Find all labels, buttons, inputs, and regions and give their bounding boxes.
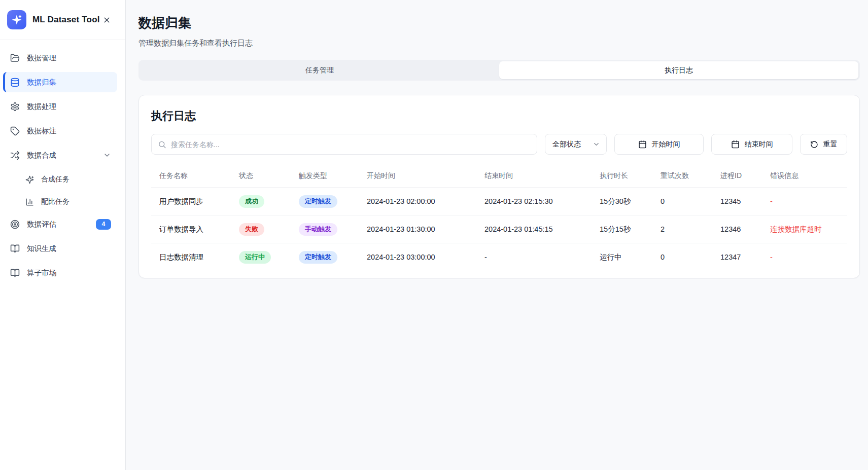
duration-cell: 运行中	[600, 252, 661, 262]
sidebar-item-synthesis-tasks[interactable]: 合成任务	[3, 169, 117, 190]
sidebar-item-data-evaluation[interactable]: 数据评估 4	[3, 214, 117, 234]
sidebar-header: ML Dataset Tool	[0, 0, 125, 40]
evaluation-count-badge: 4	[96, 219, 111, 230]
panel-title: 执行日志	[151, 109, 847, 124]
end-time-picker-button[interactable]: 结束时间	[711, 134, 792, 155]
sparkles-icon	[25, 175, 34, 184]
search-field-wrapper	[151, 134, 537, 155]
sidebar-item-label: 知识生成	[27, 244, 111, 254]
execution-logs-panel: 执行日志 全部状态	[138, 95, 860, 278]
close-icon	[102, 16, 111, 24]
sidebar-item-label: 算子市场	[27, 268, 111, 278]
start-time-picker-button[interactable]: 开始时间	[614, 134, 704, 155]
sidebar-item-label: 数据处理	[27, 102, 111, 112]
sidebar-item-label: 数据标注	[27, 126, 111, 136]
status-filter-select[interactable]: 全部状态	[545, 134, 607, 155]
duration-cell: 15分15秒	[600, 225, 661, 234]
shuffle-icon	[10, 151, 20, 160]
sidebar-item-data-synthesis[interactable]: 数据合成	[3, 145, 117, 165]
start-time-cell: 2024-01-23 01:30:00	[367, 225, 484, 233]
app-logo	[7, 10, 26, 29]
column-header-trigger-type: 触发类型	[299, 171, 367, 180]
column-header-pid: 进程ID	[720, 171, 770, 180]
trigger-type-badge: 定时触发	[299, 195, 337, 208]
end-time-cell: 2024-01-23 02:15:30	[484, 197, 600, 205]
tab-task-management[interactable]: 任务管理	[140, 61, 499, 79]
logs-table: 任务名称 状态 触发类型 开始时间 结束时间 执行时长 重试次数 进程ID 错误…	[151, 165, 847, 271]
chevron-down-icon	[593, 140, 600, 148]
sidebar-item-label: 数据合成	[27, 151, 96, 160]
column-header-duration: 执行时长	[600, 171, 661, 180]
page-subtitle: 管理数据归集任务和查看执行日志	[138, 39, 860, 48]
end-time-cell: -	[484, 253, 600, 261]
calendar-icon	[731, 140, 740, 149]
sparkles-icon	[11, 14, 22, 25]
pid-cell: 12345	[720, 197, 770, 205]
tab-execution-logs[interactable]: 执行日志	[499, 61, 858, 79]
rotate-ccw-icon	[810, 140, 818, 149]
folder-icon	[10, 53, 20, 63]
tab-bar: 任务管理 执行日志	[138, 60, 860, 81]
status-badge: 成功	[239, 195, 264, 208]
database-icon	[10, 78, 20, 87]
gear-icon	[10, 102, 20, 112]
error-cell: -	[770, 253, 839, 261]
tag-icon	[10, 126, 20, 136]
status-filter-value: 全部状态	[552, 140, 581, 149]
start-time-cell: 2024-01-23 03:00:00	[367, 253, 484, 261]
sidebar-item-label: 数据评估	[27, 220, 89, 229]
status-badge: 运行中	[239, 251, 271, 264]
trigger-type-badge: 手动触发	[299, 223, 337, 236]
retries-cell: 2	[661, 225, 720, 233]
start-time-label: 开始时间	[652, 140, 680, 149]
column-header-start-time: 开始时间	[367, 171, 484, 180]
sidebar-item-label: 合成任务	[41, 175, 111, 184]
sidebar-item-knowledge-generation[interactable]: 知识生成	[3, 238, 117, 259]
status-badge: 失败	[239, 223, 264, 236]
calendar-icon	[638, 140, 647, 149]
sidebar-item-data-processing[interactable]: 数据处理	[3, 96, 117, 117]
sidebar-item-label: 配比任务	[41, 197, 111, 206]
sidebar: ML Dataset Tool 数据管理 数据归集	[0, 0, 126, 470]
table-row[interactable]: 日志数据清理 运行中 定时触发 2024-01-23 03:00:00 - 运行…	[151, 243, 847, 271]
sidebar-nav: 数据管理 数据归集 数据处理 数据标注	[0, 40, 125, 470]
chevron-down-icon	[103, 151, 111, 159]
page-title: 数据归集	[138, 14, 860, 32]
bar-chart-icon	[25, 198, 34, 206]
reset-button[interactable]: 重置	[800, 134, 847, 155]
book-open-icon	[10, 244, 20, 254]
sidebar-item-data-management[interactable]: 数据管理	[3, 48, 117, 68]
search-icon	[158, 140, 166, 149]
book-open-icon	[10, 268, 20, 278]
error-cell: -	[770, 197, 839, 205]
trigger-type-badge: 定时触发	[299, 251, 337, 264]
search-input[interactable]	[151, 134, 537, 155]
filter-toolbar: 全部状态 开始时间 结束时间	[151, 134, 847, 155]
end-time-label: 结束时间	[745, 140, 773, 149]
target-icon	[10, 220, 20, 229]
table-header-row: 任务名称 状态 触发类型 开始时间 结束时间 执行时长 重试次数 进程ID 错误…	[151, 165, 847, 187]
column-header-error: 错误信息	[770, 171, 839, 180]
sidebar-item-data-labeling[interactable]: 数据标注	[3, 121, 117, 141]
table-row[interactable]: 订单数据导入 失败 手动触发 2024-01-23 01:30:00 2024-…	[151, 215, 847, 243]
pid-cell: 12347	[720, 253, 770, 261]
retries-cell: 0	[661, 197, 720, 205]
sidebar-item-data-collection[interactable]: 数据归集	[3, 72, 117, 92]
table-row[interactable]: 用户数据同步 成功 定时触发 2024-01-23 02:00:00 2024-…	[151, 187, 847, 215]
main-content: 数据归集 管理数据归集任务和查看执行日志 任务管理 执行日志 执行日志 全部状态	[126, 0, 868, 470]
column-header-status: 状态	[239, 171, 299, 180]
app-title: ML Dataset Tool	[32, 15, 101, 25]
column-header-end-time: 结束时间	[484, 171, 600, 180]
retries-cell: 0	[661, 253, 720, 261]
sidebar-item-label: 数据归集	[27, 78, 111, 87]
sidebar-item-operator-market[interactable]: 算子市场	[3, 263, 117, 283]
sidebar-close-button[interactable]	[101, 15, 112, 25]
end-time-cell: 2024-01-23 01:45:15	[484, 225, 600, 233]
sidebar-item-ratio-tasks[interactable]: 配比任务	[3, 192, 117, 212]
column-header-task-name: 任务名称	[159, 171, 239, 180]
task-name-cell: 日志数据清理	[159, 252, 239, 262]
app-window: ML Dataset Tool 数据管理 数据归集	[0, 0, 868, 470]
task-name-cell: 订单数据导入	[159, 225, 239, 234]
reset-label: 重置	[823, 140, 838, 149]
start-time-cell: 2024-01-23 02:00:00	[367, 197, 484, 205]
